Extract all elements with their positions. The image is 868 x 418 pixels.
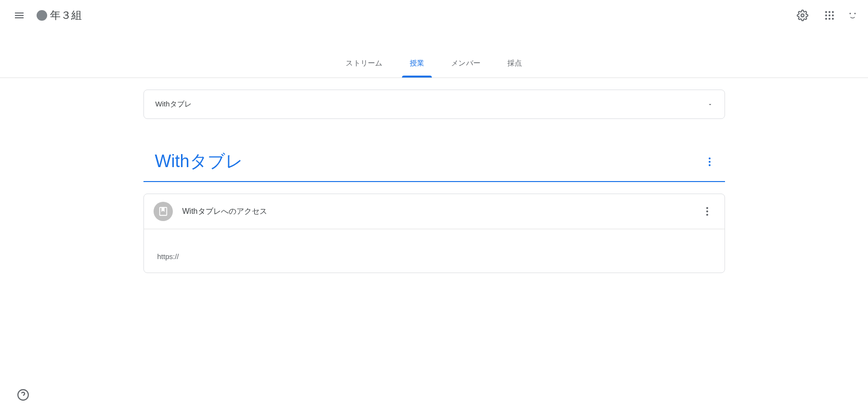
header-left: 年３組 [8,4,82,27]
topic-header: Withタブレ [143,142,725,182]
svg-point-7 [825,18,827,20]
material-card: Withタブレへのアクセス https:// [143,194,725,273]
svg-point-13 [709,161,711,163]
svg-point-9 [832,18,834,20]
material-card-header-left: Withタブレへのアクセス [154,202,267,221]
bookmark-icon [158,206,168,217]
svg-point-17 [706,210,708,212]
material-title: Withタブレへのアクセス [182,207,267,217]
svg-point-12 [709,157,711,159]
topic-dropdown[interactable]: Withタブレ [143,90,725,119]
gear-icon [797,10,808,21]
tab-stream[interactable]: ストリーム [334,50,394,78]
material-card-body: https:// [144,229,725,273]
apps-grid-icon [824,10,835,21]
svg-point-18 [706,214,708,216]
svg-point-8 [829,18,830,20]
class-dot-icon [37,10,47,21]
app-header: 年３組 [0,0,868,31]
class-title[interactable]: 年３組 [37,8,82,23]
svg-point-3 [832,11,834,13]
tab-people[interactable]: メンバー [440,50,492,78]
google-apps-button[interactable] [818,4,841,27]
tab-classwork-label: 授業 [410,59,425,67]
tab-grades-label: 採点 [507,59,522,67]
svg-point-6 [832,14,834,16]
settings-button[interactable] [791,4,814,27]
header-right [791,4,860,27]
svg-point-10 [850,13,851,14]
tab-people-label: メンバー [451,59,480,67]
face-icon [845,8,860,23]
topic-dropdown-label: Withタブレ [155,100,192,109]
tab-grades[interactable]: 採点 [496,50,534,78]
svg-point-4 [825,14,827,16]
material-card-header[interactable]: Withタブレへのアクセス [144,194,725,229]
svg-point-1 [825,11,827,13]
material-more-button[interactable] [698,202,717,221]
svg-point-2 [829,11,830,13]
topic-title[interactable]: Withタブレ [155,150,243,173]
svg-point-5 [829,14,830,16]
tab-classwork[interactable]: 授業 [398,50,436,78]
chevron-down-icon [707,102,713,107]
hamburger-icon [13,10,25,21]
class-title-text: 年３組 [50,8,82,23]
main-content: Withタブレ Withタブレ Withタブレへのアクセス [136,78,733,285]
material-type-icon-wrap [154,202,173,221]
more-vert-icon [704,156,715,168]
nav-tabs: ストリーム 授業 メンバー 採点 [0,31,868,78]
svg-point-14 [709,164,711,166]
more-vert-icon [701,206,713,217]
material-body-text: https:// [157,252,179,261]
svg-point-16 [706,207,708,209]
tab-stream-label: ストリーム [346,59,382,67]
topic-more-button[interactable] [698,150,721,173]
svg-point-11 [855,13,856,14]
main-menu-button[interactable] [8,4,31,27]
account-avatar[interactable] [845,8,860,23]
svg-point-0 [801,14,804,17]
